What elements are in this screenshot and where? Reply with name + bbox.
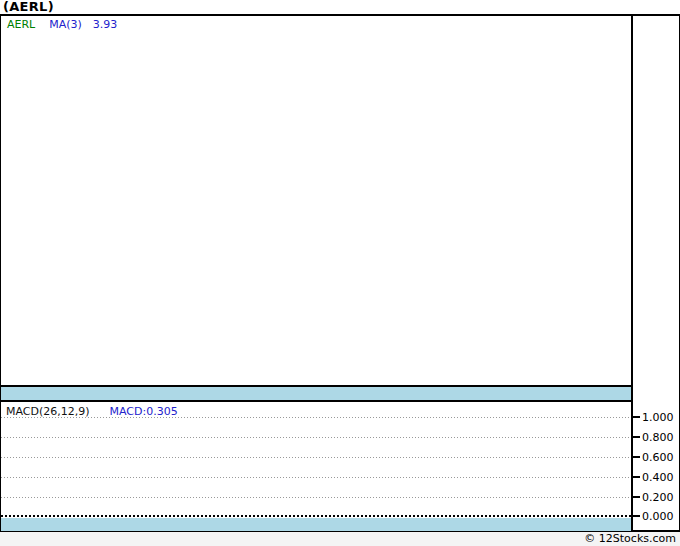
y-axis-tick-label: 0.400 (642, 471, 674, 484)
macd-gridline-0.800 (1, 437, 631, 438)
y-axis-tick-label: 0.600 (642, 451, 674, 464)
footer-credit: © 12Stocks.com (584, 532, 676, 545)
footer: © 12Stocks.com (0, 532, 680, 546)
tick-mark-icon (633, 476, 640, 478)
tick-mark-icon (633, 515, 640, 517)
tick-mark-icon (633, 496, 640, 498)
y-axis-tick: 0.000 (633, 509, 674, 523)
y-axis-tick-label: 0.000 (642, 510, 674, 523)
page-title: (AERL) (3, 0, 54, 14)
separator-band-top (1, 385, 631, 400)
y-axis-tick: 0.600 (633, 450, 674, 464)
y-axis-tick: 0.400 (633, 470, 674, 484)
tick-mark-icon (633, 456, 640, 458)
legend-symbol: AERL (7, 18, 35, 31)
macd-gridline-1.000 (1, 417, 631, 418)
price-legend: AERLMA(3)3.93 (7, 18, 117, 31)
macd-gridline-0.200 (1, 497, 631, 498)
y-axis-tick: 0.800 (633, 430, 674, 444)
macd-y-axis: 1.000 0.800 0.600 0.400 0.200 0.000 (633, 16, 679, 530)
macd-zero-line (1, 515, 631, 517)
legend-ma-value: 3.93 (93, 18, 118, 31)
legend-ma-label: MA(3) (49, 18, 82, 31)
y-axis-tick-label: 1.000 (642, 411, 674, 424)
tick-mark-icon (633, 416, 640, 418)
y-axis-tick-label: 0.200 (642, 491, 674, 504)
macd-panel-divider (1, 400, 679, 402)
macd-gridline-0.400 (1, 477, 631, 478)
separator-band-bottom (1, 518, 631, 531)
y-axis-tick: 0.200 (633, 490, 674, 504)
tick-mark-icon (633, 436, 640, 438)
chart-container: AERLMA(3)3.93 MACD(26,12,9)MACD:0.305 1.… (0, 14, 680, 532)
y-axis-tick-label: 0.800 (642, 431, 674, 444)
plot-area: AERLMA(3)3.93 MACD(26,12,9)MACD:0.305 (1, 16, 633, 530)
y-axis-tick: 1.000 (633, 410, 674, 424)
macd-gridline-0.600 (1, 457, 631, 458)
